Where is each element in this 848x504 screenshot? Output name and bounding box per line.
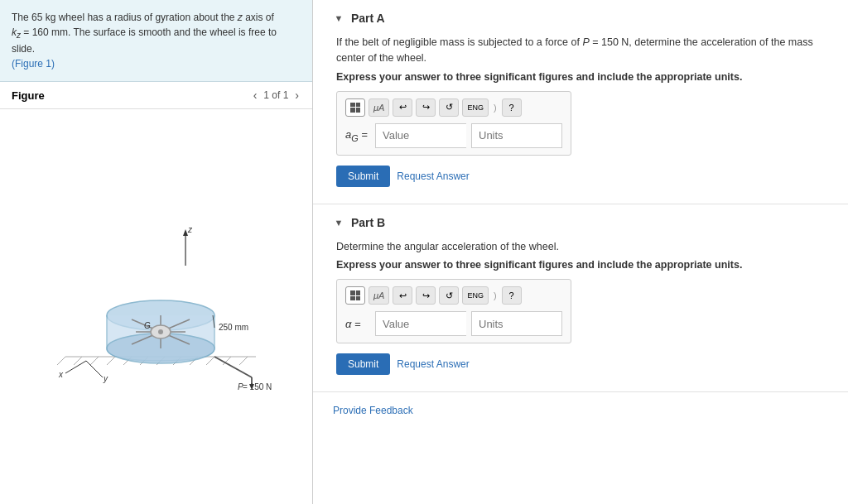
redo-button-a[interactable]: ↪ [416,98,436,117]
provide-feedback-link[interactable]: Provide Feedback [333,405,413,416]
figure-prev-button[interactable]: ‹ [252,89,259,102]
part-b-request-answer[interactable]: Request Answer [397,358,469,370]
problem-statement: The 65 kg wheel has a radius of gyration… [0,0,312,82]
part-a-question: If the belt of negligible mass is subjec… [336,35,828,66]
figure-header: Figure ‹ 1 of 1 › [0,82,312,109]
part-a-value-input[interactable] [375,123,466,148]
part-b-label: α = [345,318,370,330]
part-b-title: Part B [351,216,385,229]
svg-text:= 150 N: = 150 N [243,382,272,390]
mua-icon-a: μA [373,103,384,113]
part-b-submit-button[interactable]: Submit [336,353,390,375]
svg-line-4 [107,357,115,365]
refresh-button-b[interactable]: ↺ [439,286,459,305]
provide-feedback-section: Provide Feedback [313,392,848,428]
mua-icon-b: μA [373,290,384,300]
part-a-request-answer[interactable]: Request Answer [397,170,469,182]
problem-text: The 65 kg wheel has a radius of gyration… [12,12,277,55]
part-a-header: ▼ Part A [333,12,828,25]
part-a-units-input[interactable] [471,123,562,148]
mua-button-a[interactable]: μA [369,98,389,117]
figure-title: Figure [12,89,45,102]
toolbar-sep-a: ) [494,103,497,113]
svg-text:G: G [144,321,151,330]
help-button-b[interactable]: ? [502,286,522,305]
figure-link[interactable]: (Figure 1) [12,58,55,70]
part-b-question: Determine the angular acceleration of th… [336,239,828,255]
svg-line-1 [57,357,65,365]
svg-point-20 [158,329,163,334]
refresh-button-a[interactable]: ↺ [439,98,459,117]
left-panel: The 65 kg wheel has a radius of gyration… [0,0,313,504]
svg-line-3 [90,357,99,365]
part-b-collapse-icon[interactable]: ▼ [333,217,344,228]
part-a-toolbar: μA ↩ ↪ ↺ ENG ) ? [345,98,562,117]
part-a-submit-button[interactable]: Submit [336,166,390,187]
svg-line-12 [239,357,248,365]
part-a-answer-box: μA ↩ ↪ ↺ ENG ) ? aG = [336,91,571,156]
part-a-express: Express your answer to three significant… [336,71,828,83]
part-a-input-row: aG = [345,123,562,148]
undo-button-a[interactable]: ↩ [393,98,412,117]
keyboard-button-a[interactable]: ENG [462,98,489,117]
part-b-answer-box: μA ↩ ↪ ↺ ENG ) ? α = [336,279,571,343]
right-panel: ▼ Part A If the belt of negligible mass … [313,0,848,504]
matrix-icon-a [350,103,360,113]
part-a-collapse-icon[interactable]: ▼ [333,12,344,24]
part-a-actions: Submit Request Answer [336,166,828,187]
part-b-body: Determine the angular acceleration of th… [333,239,828,376]
part-a-section: ▼ Part A If the belt of negligible mass … [313,0,848,204]
part-a-title: Part A [351,12,385,25]
help-button-a[interactable]: ? [502,98,522,117]
figure-nav: ‹ 1 of 1 › [252,89,301,102]
part-b-header: ▼ Part B [333,216,828,229]
part-b-actions: Submit Request Answer [336,353,828,375]
svg-line-27 [214,357,252,377]
svg-text:250 mm: 250 mm [219,323,248,332]
svg-line-34 [86,361,103,377]
page-indicator: 1 of 1 [263,89,288,101]
part-b-toolbar: μA ↩ ↪ ↺ ENG ) ? [345,286,562,305]
svg-text:y: y [103,374,108,383]
part-b-value-input[interactable] [375,311,466,336]
undo-button-b[interactable]: ↩ [393,286,412,305]
part-b-section: ▼ Part B Determine the angular accelerat… [313,204,848,393]
mua-button-b[interactable]: μA [369,286,389,305]
redo-button-b[interactable]: ↪ [416,286,436,305]
keyboard-button-b[interactable]: ENG [462,286,489,305]
svg-line-10 [206,357,214,365]
toolbar-sep-b: ) [494,290,497,300]
figure-svg: z 250 mm G P = 150 N x y [41,224,272,390]
svg-text:z: z [187,225,193,234]
svg-text:x: x [58,370,64,379]
matrix-button-a[interactable] [345,98,365,117]
part-b-input-row: α = [345,311,562,336]
figure-area: z 250 mm G P = 150 N x y [0,109,312,504]
part-b-express: Express your answer to three significant… [336,259,828,271]
part-a-body: If the belt of negligible mass is subjec… [333,35,828,187]
matrix-button-b[interactable] [345,286,365,305]
part-b-units-input[interactable] [471,311,562,336]
figure-next-button[interactable]: › [293,89,301,102]
matrix-icon-b [350,290,360,300]
part-a-label: aG = [345,128,370,143]
